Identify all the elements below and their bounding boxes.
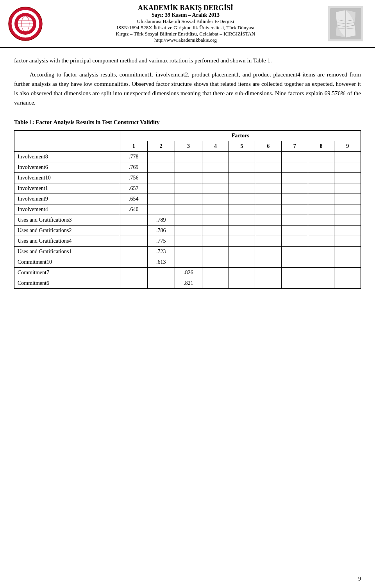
cell-f4-2	[202, 173, 229, 183]
table-row: Involvement1.657	[14, 183, 361, 194]
table-row: Uses and Gratifications1.723	[14, 247, 361, 257]
cell-f9-6	[334, 215, 361, 226]
row-label-2: Involvement10	[14, 173, 120, 183]
cell-f4-5	[202, 204, 229, 215]
cell-f4-8	[202, 236, 229, 247]
cell-f3-1	[175, 162, 202, 173]
table-row: Involvement10.756	[14, 173, 361, 183]
cell-f2-11	[147, 268, 175, 278]
cell-f1-11	[120, 268, 147, 278]
cell-f8-3	[308, 183, 334, 194]
cell-f5-12	[229, 278, 255, 289]
cell-f8-4	[308, 194, 334, 204]
cell-f1-0: .778	[120, 152, 147, 162]
cell-f8-12	[308, 278, 334, 289]
cell-f5-1	[229, 162, 255, 173]
cell-f2-9: .723	[147, 247, 175, 257]
cell-f4-10	[202, 257, 229, 268]
cell-f5-6	[229, 215, 255, 226]
cell-f3-11: .826	[175, 268, 202, 278]
cell-f8-0	[308, 152, 334, 162]
cell-f3-9	[175, 247, 202, 257]
cell-f4-4	[202, 194, 229, 204]
row-label-3: Involvement1	[14, 183, 120, 194]
cell-f5-10	[229, 257, 255, 268]
cell-f9-10	[334, 257, 361, 268]
cell-f3-4	[175, 194, 202, 204]
cell-f6-1	[255, 162, 282, 173]
cell-f4-11	[202, 268, 229, 278]
cell-f8-11	[308, 268, 334, 278]
cell-f5-8	[229, 236, 255, 247]
cell-f7-12	[282, 278, 308, 289]
col-6-header: 6	[255, 141, 282, 152]
cell-f3-3	[175, 183, 202, 194]
page: TÜRK DÜNYASI ARAŞTIRMALARI VAKFI AKADEMİ…	[0, 0, 375, 588]
cell-f9-8	[334, 236, 361, 247]
cell-f4-1	[202, 162, 229, 173]
cell-f1-1: .769	[120, 162, 147, 173]
cell-f1-5: .640	[120, 204, 147, 215]
cell-f1-2: .756	[120, 173, 147, 183]
cell-f7-2	[282, 173, 308, 183]
cell-f3-10	[175, 257, 202, 268]
cell-f6-4	[255, 194, 282, 204]
cell-f3-2	[175, 173, 202, 183]
cell-f8-8	[308, 236, 334, 247]
journal-line4: http://www.akademikbakis.org	[49, 37, 322, 43]
cell-f7-11	[282, 268, 308, 278]
cell-f2-12	[147, 278, 175, 289]
cell-f6-11	[255, 268, 282, 278]
cell-f2-8: .775	[147, 236, 175, 247]
cell-f5-3	[229, 183, 255, 194]
cell-f1-4: .654	[120, 194, 147, 204]
cell-f7-1	[282, 162, 308, 173]
journal-line2: ISSN:1694-528X İktisat ve Girişimcilik Ü…	[49, 25, 322, 31]
table-row: Commitment7.826	[14, 268, 361, 278]
cell-f5-7	[229, 226, 255, 236]
cell-f3-5	[175, 204, 202, 215]
table-row: Involvement6.769	[14, 162, 361, 173]
cell-f7-7	[282, 226, 308, 236]
cell-f8-6	[308, 215, 334, 226]
col-4-header: 4	[202, 141, 229, 152]
cell-f4-9	[202, 247, 229, 257]
page-number: 9	[358, 576, 361, 582]
cell-f1-9	[120, 247, 147, 257]
cell-f4-12	[202, 278, 229, 289]
cell-f6-2	[255, 173, 282, 183]
cell-f7-0	[282, 152, 308, 162]
row-label-12: Commitment6	[14, 278, 120, 289]
cell-f9-3	[334, 183, 361, 194]
cell-f6-7	[255, 226, 282, 236]
cell-f6-10	[255, 257, 282, 268]
cell-f3-12: .821	[175, 278, 202, 289]
paragraph-1: factor analysis with the principal compo…	[14, 56, 361, 65]
cell-f3-6	[175, 215, 202, 226]
cell-f5-0	[229, 152, 255, 162]
cell-f8-7	[308, 226, 334, 236]
cell-f2-1	[147, 162, 175, 173]
table-row: Uses and Gratifications2.786	[14, 226, 361, 236]
cell-f6-6	[255, 215, 282, 226]
cell-f9-11	[334, 268, 361, 278]
cell-f7-4	[282, 194, 308, 204]
col-3-header: 3	[175, 141, 202, 152]
paragraph-2: According to factor analysis results, co…	[14, 70, 361, 107]
left-logo: TÜRK DÜNYASI ARAŞTIRMALARI VAKFI	[8, 6, 43, 41]
cell-f5-5	[229, 204, 255, 215]
cell-f8-2	[308, 173, 334, 183]
col-1-header: 1	[120, 141, 147, 152]
cell-f9-0	[334, 152, 361, 162]
cell-f7-9	[282, 247, 308, 257]
cell-f2-7: .786	[147, 226, 175, 236]
cell-f9-12	[334, 278, 361, 289]
cell-f1-10	[120, 257, 147, 268]
cell-f7-10	[282, 257, 308, 268]
cell-f2-3	[147, 183, 175, 194]
cell-f8-9	[308, 247, 334, 257]
cell-f7-8	[282, 236, 308, 247]
row-label-7: Uses and Gratifications2	[14, 226, 120, 236]
row-label-6: Uses and Gratifications3	[14, 215, 120, 226]
right-logo	[328, 6, 363, 41]
